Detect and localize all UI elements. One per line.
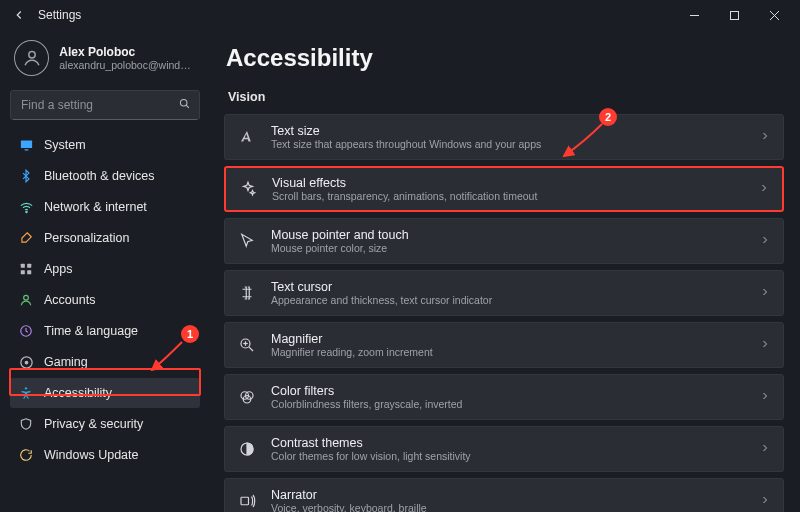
tile-subtitle: Text size that appears throughout Window… [271,138,745,150]
nav-item-accessibility[interactable]: Accessibility [10,378,200,408]
tile-title: Visual effects [272,176,744,190]
text-cursor-icon [237,283,257,303]
update-icon [18,447,34,463]
accessibility-icon [18,385,34,401]
tile-title: Contrast themes [271,436,745,450]
svg-rect-11 [27,264,31,268]
avatar [14,40,49,76]
tile-subtitle: Magnifier reading, zoom increment [271,346,745,358]
maximize-icon [729,10,740,21]
minimize-button[interactable] [674,2,714,28]
svg-rect-10 [21,264,25,268]
tile-title: Magnifier [271,332,745,346]
chevron-right-icon [759,494,771,509]
nav-label: Apps [44,262,73,276]
svg-rect-8 [24,149,28,150]
nav-label: Windows Update [44,448,139,462]
tile-title: Text cursor [271,280,745,294]
tile-subtitle: Scroll bars, transparency, animations, n… [272,190,744,202]
svg-rect-13 [27,270,31,274]
nav-list: System Bluetooth & devices Network & int… [10,130,200,470]
user-icon [21,47,43,69]
minimize-icon [689,10,700,21]
search-box[interactable] [10,90,200,120]
nav-item-update[interactable]: Windows Update [10,440,200,470]
tile-title: Text size [271,124,745,138]
close-button[interactable] [754,2,794,28]
user-block[interactable]: Alex Poloboc alexandru_poloboc@windowsre… [10,36,200,82]
clock-icon [18,323,34,339]
brush-icon [18,230,34,246]
nav-label: Accessibility [44,386,112,400]
chevron-right-icon [759,286,771,301]
section-label-vision: Vision [228,90,784,104]
sparkle-icon [238,179,258,199]
svg-point-4 [28,52,34,58]
accounts-icon [18,292,34,308]
maximize-button[interactable] [714,2,754,28]
nav-label: Accounts [44,293,95,307]
nav-label: Privacy & security [44,417,143,431]
nav-label: Gaming [44,355,88,369]
svg-point-18 [25,387,27,389]
user-email: alexandru_poloboc@windowsreport... [59,59,196,71]
tile-mouse-pointer[interactable]: Mouse pointer and touch Mouse pointer co… [224,218,784,264]
nav-item-network[interactable]: Network & internet [10,192,200,222]
nav-item-gaming[interactable]: Gaming [10,347,200,377]
cursor-icon [237,231,257,251]
magnifier-icon [237,335,257,355]
nav-item-privacy[interactable]: Privacy & security [10,409,200,439]
tile-narrator[interactable]: Narrator Voice, verbosity, keyboard, bra… [224,478,784,512]
tile-visual-effects[interactable]: Visual effects Scroll bars, transparency… [224,166,784,212]
tile-color-filters[interactable]: Color filters Colorblindness filters, gr… [224,374,784,420]
svg-rect-12 [21,270,25,274]
page-title: Accessibility [226,44,784,72]
contrast-icon [237,439,257,459]
tile-title: Color filters [271,384,745,398]
chevron-right-icon [759,130,771,145]
svg-point-9 [25,211,26,212]
svg-point-14 [24,295,29,300]
nav-item-personalization[interactable]: Personalization [10,223,200,253]
svg-point-5 [180,99,187,106]
main-pane: Accessibility Vision Text size Text size… [208,30,800,512]
user-name: Alex Poloboc [59,45,196,59]
search-input[interactable] [11,98,199,112]
nav-item-accounts[interactable]: Accounts [10,285,200,315]
nav-label: Bluetooth & devices [44,169,155,183]
chevron-right-icon [759,234,771,249]
nav-item-apps[interactable]: Apps [10,254,200,284]
tile-subtitle: Mouse pointer color, size [271,242,745,254]
chevron-right-icon [759,338,771,353]
svg-rect-7 [20,140,31,148]
back-button[interactable] [6,2,32,28]
svg-line-20 [249,347,253,351]
tile-contrast-themes[interactable]: Contrast themes Color themes for low vis… [224,426,784,472]
svg-rect-1 [730,11,738,19]
tile-subtitle: Colorblindness filters, grayscale, inver… [271,398,745,410]
nav-item-bluetooth[interactable]: Bluetooth & devices [10,161,200,191]
svg-rect-27 [241,497,249,505]
titlebar: Settings [0,0,800,30]
color-filters-icon [237,387,257,407]
tile-text-size[interactable]: Text size Text size that appears through… [224,114,784,160]
close-icon [769,10,780,21]
window-title: Settings [38,8,81,22]
nav-item-time[interactable]: Time & language [10,316,200,346]
tile-magnifier[interactable]: Magnifier Magnifier reading, zoom increm… [224,322,784,368]
wifi-icon [18,199,34,215]
chevron-right-icon [758,182,770,197]
tile-text-cursor[interactable]: Text cursor Appearance and thickness, te… [224,270,784,316]
chevron-right-icon [759,442,771,457]
display-icon [18,137,34,153]
tile-subtitle: Voice, verbosity, keyboard, braille [271,502,745,512]
tile-title: Narrator [271,488,745,502]
chevron-right-icon [759,390,771,405]
tile-list: Text size Text size that appears through… [224,114,784,512]
tile-subtitle: Appearance and thickness, text cursor in… [271,294,745,306]
sidebar: Alex Poloboc alexandru_poloboc@windowsre… [0,30,208,512]
svg-line-6 [186,105,189,108]
nav-item-system[interactable]: System [10,130,200,160]
apps-icon [18,261,34,277]
tile-title: Mouse pointer and touch [271,228,745,242]
